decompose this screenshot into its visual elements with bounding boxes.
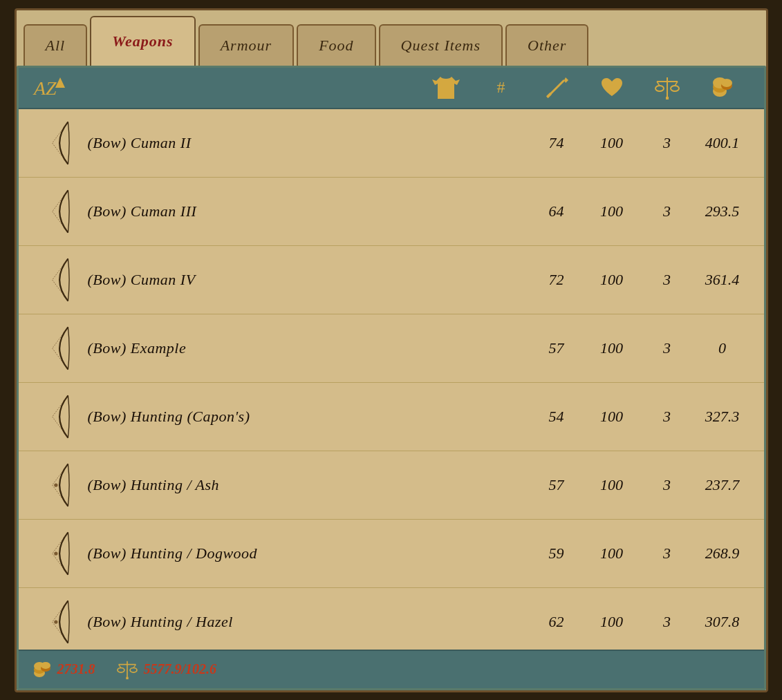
item-stat-1: 54 — [529, 408, 584, 426]
item-stat-4: 268.9 — [695, 545, 750, 562]
item-stat-4: 293.5 — [695, 202, 750, 220]
inventory-panel: All Weapons Armour Food Quest Items Othe… — [15, 8, 768, 692]
item-icon — [32, 256, 88, 304]
bow-svg — [43, 598, 77, 646]
tab-food[interactable]: Food — [297, 24, 375, 66]
item-name: (Bow) Hunting / Hazel — [88, 613, 529, 631]
tab-all[interactable]: All — [24, 24, 88, 66]
item-stat-4: 237.7 — [695, 476, 750, 494]
item-stat-2: 100 — [584, 545, 640, 562]
tab-weapons[interactable]: Weapons — [90, 16, 196, 66]
shirt-col-header — [418, 75, 474, 100]
shirt-icon — [432, 75, 460, 100]
table-row[interactable]: (Bow) Hunting / Ash571003237.7 — [19, 451, 764, 520]
table-row[interactable]: (Bow) Example5710030 — [19, 314, 764, 383]
heart-icon — [600, 77, 624, 99]
tabs-row: All Weapons Armour Food Quest Items Othe… — [17, 10, 766, 66]
item-stat-3: 3 — [640, 476, 695, 494]
svg-point-43 — [41, 662, 50, 669]
svg-rect-11 — [666, 97, 669, 100]
item-stat-4: 327.3 — [695, 408, 750, 426]
az-sort-icon: AZ — [32, 74, 67, 102]
svg-point-7 — [655, 86, 664, 91]
tab-quest-items[interactable]: Quest Items — [379, 24, 503, 66]
item-icon — [32, 392, 88, 441]
item-name: (Bow) Hunting / Ash — [88, 476, 529, 494]
table-row[interactable]: (Bow) Cuman IV721003361.4 — [19, 246, 764, 314]
item-stat-4: 361.4 — [695, 271, 750, 289]
item-stat-2: 100 — [584, 134, 640, 152]
footer-weight: 5577.9/102.6 — [116, 660, 217, 679]
hash-icon: # — [497, 78, 505, 97]
item-stat-1: 72 — [529, 271, 584, 289]
item-stat-2: 100 — [584, 408, 640, 426]
item-stat-3: 3 — [640, 545, 695, 562]
svg-point-32 — [54, 551, 57, 555]
damage-icon — [545, 76, 568, 100]
tab-armour[interactable]: Armour — [198, 24, 294, 66]
svg-marker-3 — [564, 77, 568, 83]
heart-col-header — [584, 77, 640, 99]
svg-marker-1 — [55, 77, 65, 88]
item-icon — [32, 598, 88, 646]
item-name: (Bow) Example — [88, 339, 529, 357]
bow-svg — [43, 119, 77, 167]
table-row[interactable]: (Bow) Hunting (Capon's)541003327.3 — [19, 383, 764, 451]
items-list: (Bow) Cuman II741003400.1 (Bow) Cuman II… — [19, 109, 764, 650]
coins-header-icon — [710, 76, 735, 100]
item-stat-2: 100 — [584, 271, 640, 289]
item-name: (Bow) Cuman II — [88, 134, 529, 152]
footer-coins-value: 2731.8 — [57, 661, 95, 677]
hash-col-header: # — [474, 78, 529, 97]
item-stat-3: 3 — [640, 613, 695, 631]
item-stat-4: 0 — [695, 339, 750, 357]
tab-other[interactable]: Other — [505, 24, 588, 66]
item-stat-3: 3 — [640, 271, 695, 289]
footer-bar: 2731.8 5577.9/102.6 — [19, 650, 764, 688]
item-icon — [32, 461, 88, 509]
svg-point-47 — [130, 668, 137, 672]
item-stat-1: 64 — [529, 202, 584, 220]
item-stat-3: 3 — [640, 408, 695, 426]
table-row[interactable]: (Bow) Hunting / Hazel621003307.8 — [19, 588, 764, 650]
item-stat-2: 100 — [584, 339, 640, 357]
bow-svg — [43, 256, 77, 304]
item-icon — [32, 324, 88, 372]
item-name: (Bow) Cuman IV — [88, 271, 529, 289]
table-row[interactable]: (Bow) Cuman II741003400.1 — [19, 109, 764, 178]
item-stat-3: 3 — [640, 339, 695, 357]
item-stat-2: 100 — [584, 202, 640, 220]
footer-scales-icon — [116, 660, 138, 679]
svg-text:AZ: AZ — [32, 77, 57, 99]
bow-svg — [43, 529, 77, 578]
svg-point-29 — [54, 483, 57, 486]
item-icon — [32, 187, 88, 236]
table-row[interactable]: (Bow) Hunting / Dogwood591003268.9 — [19, 520, 764, 588]
scales-col-header — [640, 76, 695, 100]
item-name: (Bow) Hunting (Capon's) — [88, 408, 529, 426]
svg-point-35 — [54, 620, 57, 623]
item-stat-1: 62 — [529, 613, 584, 631]
main-panel: AZ # — [17, 66, 766, 690]
item-stat-1: 57 — [529, 476, 584, 494]
item-stat-1: 57 — [529, 339, 584, 357]
bow-svg — [43, 392, 77, 441]
item-name: (Bow) Cuman III — [88, 202, 529, 220]
bow-svg — [43, 187, 77, 236]
item-stat-4: 400.1 — [695, 134, 750, 152]
footer-coins-icon — [32, 661, 52, 679]
table-row[interactable]: (Bow) Cuman III641003293.5 — [19, 178, 764, 246]
item-name: (Bow) Hunting / Dogwood — [88, 545, 529, 562]
item-stat-3: 3 — [640, 202, 695, 220]
svg-point-16 — [721, 79, 732, 87]
coins-col-header — [695, 76, 750, 100]
scales-icon — [654, 76, 680, 100]
item-icon — [32, 529, 88, 578]
item-stat-2: 100 — [584, 613, 640, 631]
item-stat-4: 307.8 — [695, 613, 750, 631]
bow-svg — [43, 461, 77, 509]
sort-col[interactable]: AZ — [32, 74, 418, 102]
svg-point-8 — [671, 86, 679, 91]
sword-col-header — [529, 76, 584, 100]
svg-point-46 — [118, 668, 124, 672]
